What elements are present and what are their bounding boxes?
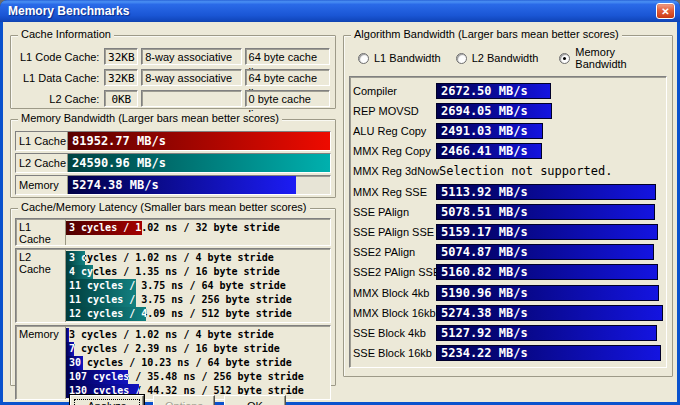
radio-l1-bandwidth[interactable]: L1 Bandwidth	[358, 52, 456, 64]
algorithm-bar-track: 2694.05 MB/s	[436, 103, 663, 119]
algorithm-bar: 2694.05 MB/s	[436, 103, 552, 119]
radio-memory-bandwidth[interactable]: Memory Bandwidth	[559, 46, 667, 70]
latency-bar-text: 107 cycles / 35.48 ns / 256 byte stride	[69, 370, 128, 384]
algorithm-row-sse2-palign-sse: SSE2 PAlign SSE5160.82 MB/s	[353, 263, 663, 282]
latency-bar: 11 cycles / 3.75 ns / 64 byte stride	[66, 279, 136, 293]
bandwidth-row-l1-cache: L1 Cache81952.77 MB/s	[15, 131, 331, 151]
latency-bar-text: 3 cycles / 1.02 ns / 4 byte stride	[69, 251, 85, 265]
algorithm-label: SSE PAlign SSE	[353, 226, 436, 238]
analyze-button[interactable]: Analyze	[70, 395, 144, 405]
algorithm-bar-track: Selection not supported.	[436, 163, 663, 179]
algorithm-row-alu-reg-copy: ALU Reg Copy2491.03 MB/s	[353, 121, 663, 140]
latency-group-label: L2 Cache	[16, 249, 66, 322]
left-column: Cache Information L1 Code Cache:32KB8-wa…	[10, 31, 336, 398]
latency-line: 107 cycles / 35.48 ns / 256 byte stride1…	[66, 370, 330, 384]
algorithm-bar-track: 5113.92 MB/s	[436, 184, 663, 200]
latency-bar-text: 4 cycles / 1.35 ns / 16 byte stride	[69, 265, 93, 279]
right-column: Algorithm Bandwidth (Larger bars mean be…	[343, 31, 673, 398]
latency-group-label: L1 Cache	[16, 219, 66, 245]
algorithm-bar-track: 5234.22 MB/s	[436, 345, 663, 361]
algorithm-row-sse-palign-sse: SSE PAlign SSE5159.17 MB/s	[353, 223, 663, 242]
bandwidth-bar-track: 81952.77 MB/s	[68, 132, 330, 150]
algorithm-row-mmx-reg-sse: MMX Reg SSE5113.92 MB/s	[353, 182, 663, 201]
algorithm-bar: 5234.22 MB/s	[436, 345, 661, 361]
algorithm-bar-track: 5160.82 MB/s	[436, 264, 663, 280]
algorithm-label: MMX Reg Copy	[353, 145, 436, 157]
latency-line: 12 cycles / 4.09 ns / 512 byte stride12 …	[66, 307, 330, 321]
cache-info-row: L1 Code Cache:32KB8-way associative64 by…	[15, 48, 330, 65]
algorithm-bar: 5074.87 MB/s	[436, 244, 654, 260]
algorithm-bar-track: 5078.51 MB/s	[436, 204, 663, 220]
algorithm-bar-track: 5190.96 MB/s	[436, 285, 663, 301]
memory-bandwidth-rows: L1 Cache81952.77 MB/sL2 Cache24590.96 MB…	[15, 131, 331, 195]
latency-bar: 12 cycles / 4.09 ns / 512 byte stride	[66, 307, 146, 321]
bandwidth-row-label: L2 Cache	[16, 154, 68, 172]
close-button[interactable]: ✕	[656, 3, 675, 19]
bandwidth-bar-track: 5274.38 MB/s	[68, 176, 330, 194]
ok-button[interactable]: OK	[224, 395, 286, 405]
cache-info-label: L1 Code Cache:	[15, 51, 104, 63]
cache-information-title: Cache Information	[18, 28, 114, 40]
algorithm-row-mmx-block-16kb: MMX Block 16kb5274.38 MB/s	[353, 303, 663, 322]
latency-group-l1-cache: L1 Cache3 cycles / 1.02 ns / 32 byte str…	[15, 218, 331, 246]
latency-bar-text: 11 cycles / 3.75 ns / 256 byte stride	[69, 293, 136, 307]
latency-bar-text: 7 cycles / 2.39 ns / 16 byte stride	[69, 342, 74, 356]
cache-information-group: Cache Information L1 Code Cache:32KB8-wa…	[10, 35, 336, 109]
algorithm-row-sse-block-4kb: SSE Block 4kb5127.92 MB/s	[353, 324, 663, 343]
dialog-body: Cache Information L1 Code Cache:32KB8-wa…	[3, 22, 677, 402]
cache-info-row: L2 Cache:0KB0 byte cache line	[15, 90, 330, 107]
title-bar[interactable]: Memory Benchmarks ✕	[0, 0, 680, 22]
latency-group-label: Memory	[16, 326, 66, 399]
latency-group-l2-cache: L2 Cache3 cycles / 1.02 ns / 4 byte stri…	[15, 248, 331, 323]
latency-bar: 7 cycles / 2.39 ns / 16 byte stride	[66, 342, 74, 356]
latency-line: 11 cycles / 3.75 ns / 64 byte stride11 c…	[66, 279, 330, 293]
close-icon: ✕	[661, 6, 669, 17]
bandwidth-bar: 5274.38 MB/s	[68, 176, 296, 194]
cache-size-value: 32KB	[104, 48, 138, 65]
bandwidth-row-label: L1 Cache	[16, 132, 68, 150]
latency-bar: 30 cycles / 10.23 ns / 64 byte stride	[66, 356, 83, 370]
latency-bar-text: 11 cycles / 3.75 ns / 64 byte stride	[69, 279, 136, 293]
latency-line: 30 cycles / 10.23 ns / 64 byte stride30 …	[66, 356, 330, 370]
bandwidth-bar-track: 24590.96 MB/s	[68, 154, 330, 172]
bandwidth-row-memory: Memory5274.38 MB/s	[15, 175, 331, 195]
cache-line-value: 64 byte cache line	[245, 69, 330, 86]
algorithm-bandwidth-group: Algorithm Bandwidth (Larger bars mean be…	[343, 35, 673, 377]
latency-bar: 3 cycles / 1.02 ns / 4 byte stride	[66, 328, 69, 342]
cache-info-label: L2 Cache:	[15, 93, 104, 105]
radio-label: L2 Bandwidth	[472, 52, 539, 64]
algorithm-bar: 2672.50 MB/s	[436, 83, 551, 99]
cache-assoc-value: 8-way associative	[141, 48, 241, 65]
bandwidth-row-l2-cache: L2 Cache24590.96 MB/s	[15, 153, 331, 173]
memory-bandwidth-title: Memory Bandwidth (Larger bars mean bette…	[18, 112, 282, 124]
algorithm-label: ALU Reg Copy	[353, 125, 436, 137]
algorithm-label: SSE2 PAlign SSE	[353, 266, 436, 278]
algorithm-bar-track: 5074.87 MB/s	[436, 244, 663, 260]
algorithm-label: Compiler	[353, 85, 436, 97]
algorithm-bar: 5127.92 MB/s	[436, 325, 657, 341]
radio-button-icon	[456, 53, 467, 64]
latency-line: 7 cycles / 2.39 ns / 16 byte stride7 cyc…	[66, 342, 330, 356]
latency-lines: 3 cycles / 1.02 ns / 4 byte stride3 cycl…	[66, 249, 330, 322]
latency-line: 4 cycles / 1.35 ns / 16 byte stride4 cyc…	[66, 265, 330, 279]
algorithm-label: SSE2 PAlign	[353, 246, 436, 258]
memory-bandwidth-group: Memory Bandwidth (Larger bars mean bette…	[10, 119, 336, 198]
radio-l2-bandwidth[interactable]: L2 Bandwidth	[456, 52, 560, 64]
algorithm-bar-track: 5127.92 MB/s	[436, 325, 663, 341]
algorithm-bar-track: 2466.41 MB/s	[436, 143, 663, 159]
algorithm-label: SSE Block 16kb	[353, 347, 436, 359]
cache-size-value: 0KB	[104, 90, 138, 107]
algorithm-bar: 5190.96 MB/s	[436, 285, 659, 301]
algorithm-row-sse2-palign: SSE2 PAlign5074.87 MB/s	[353, 243, 663, 262]
cache-info-row: L1 Data Cache:32KB8-way associative64 by…	[15, 69, 330, 86]
latency-bar-text: 3 cycles / 1.02 ns / 32 byte stride	[69, 221, 142, 235]
latency-text: 4 cycles / 1.35 ns / 16 byte stride	[69, 265, 280, 279]
latency-bar: 3 cycles / 1.02 ns / 32 byte stride	[66, 221, 142, 235]
algorithm-bar: 5159.17 MB/s	[436, 224, 658, 240]
bandwidth-row-label: Memory	[16, 176, 68, 194]
algorithm-bandwidth-title: Algorithm Bandwidth (Larger bars mean be…	[351, 28, 622, 40]
unsupported-text: Selection not supported.	[436, 163, 663, 179]
latency-lines: 3 cycles / 1.02 ns / 32 byte stride3 cyc…	[66, 219, 330, 245]
options-button[interactable]: Options	[153, 395, 215, 405]
radio-button-icon	[358, 53, 369, 64]
